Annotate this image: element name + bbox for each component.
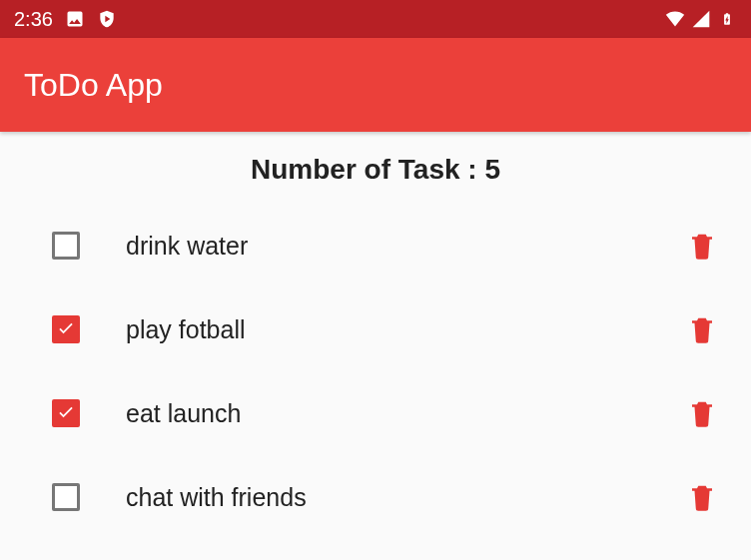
trash-icon[interactable] — [687, 229, 717, 263]
status-right — [665, 9, 737, 29]
task-checkbox[interactable] — [52, 315, 80, 343]
task-checkbox[interactable] — [52, 232, 80, 260]
trash-icon[interactable] — [687, 312, 717, 346]
task-list: drink waterplay fotballeat launchchat wi… — [0, 196, 751, 547]
task-checkbox[interactable] — [52, 483, 80, 511]
image-icon — [65, 9, 85, 29]
battery-charging-icon — [717, 9, 737, 29]
status-left: 2:36 — [14, 8, 117, 31]
wifi-icon — [665, 9, 685, 29]
task-label: chat with friends — [126, 483, 687, 512]
task-row: chat with friends — [0, 455, 751, 539]
task-label: play fotball — [126, 315, 687, 344]
task-count-header: Number of Task : 5 — [0, 132, 751, 196]
task-label: drink water — [126, 232, 687, 261]
task-count-label: Number of Task : 5 — [251, 154, 500, 185]
trash-icon[interactable] — [687, 480, 717, 514]
shield-play-icon — [97, 9, 117, 29]
task-row: drink water — [0, 204, 751, 287]
task-label: eat launch — [126, 399, 687, 428]
task-row: eat launch — [0, 371, 751, 455]
signal-icon — [691, 9, 711, 29]
app-title: ToDo App — [24, 67, 163, 104]
trash-icon[interactable] — [687, 396, 717, 430]
task-checkbox[interactable] — [52, 399, 80, 427]
status-time: 2:36 — [14, 8, 53, 31]
status-bar: 2:36 — [0, 0, 751, 38]
app-bar: ToDo App — [0, 38, 751, 132]
task-row: play fotball — [0, 287, 751, 371]
